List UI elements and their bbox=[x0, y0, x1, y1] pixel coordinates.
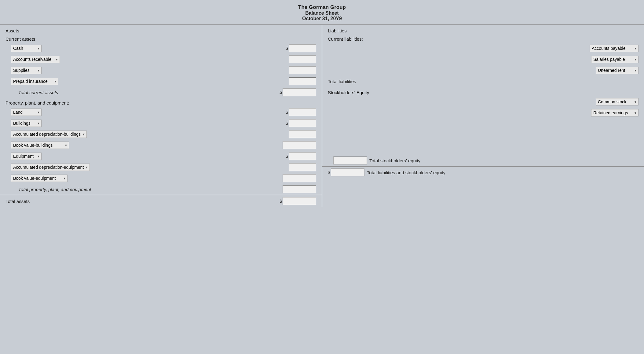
accum-dep-buildings-select[interactable]: Accumulated depreciation-buildings bbox=[11, 131, 87, 138]
equipment-row: Equipment $ bbox=[0, 151, 322, 162]
book-value-buildings-select[interactable]: Book value-buildings bbox=[11, 142, 69, 149]
equipment-select[interactable]: Equipment bbox=[11, 153, 42, 160]
total-liab-equity-input[interactable] bbox=[331, 168, 364, 176]
doc-title: Balance Sheet bbox=[0, 10, 644, 16]
ppe-header: Property, plant, and equipment: bbox=[0, 98, 322, 107]
salaries-payable-select-wrapper: Salaries payable bbox=[591, 56, 639, 63]
total-liabilities-row: Total liabilities bbox=[322, 76, 644, 87]
land-input[interactable] bbox=[289, 108, 316, 116]
book-value-buildings-select-wrapper: Book value-buildings bbox=[11, 142, 69, 149]
book-value-equipment-select[interactable]: Book value-equipment bbox=[11, 175, 68, 182]
supplies-select-wrapper: Supplies bbox=[11, 67, 42, 74]
accum-dep-equipment-input[interactable] bbox=[289, 163, 316, 171]
total-current-assets-label: Total current assets bbox=[18, 90, 58, 95]
land-select[interactable]: Land bbox=[11, 109, 42, 116]
salaries-payable-row: Salaries payable bbox=[322, 54, 644, 65]
accounts-payable-select[interactable]: Accounts payable bbox=[590, 45, 639, 52]
common-stock-select-wrapper: Common stock bbox=[596, 98, 639, 105]
total-ppe-row: Total property, plant, and equipment bbox=[0, 184, 322, 195]
balance-sheet-table: Assets Current assets: Cash $ bbox=[0, 25, 644, 207]
accum-dep-buildings-select-wrapper: Accumulated depreciation-buildings bbox=[11, 131, 87, 138]
cash-input[interactable] bbox=[289, 44, 316, 52]
retained-earnings-row: Retained earnings bbox=[322, 107, 644, 118]
accounts-receivable-select-wrapper: Accounts receivable bbox=[11, 56, 60, 63]
liabilities-equity-column: Liabilities Current liabilities: Account… bbox=[322, 25, 644, 207]
supplies-row: Supplies bbox=[0, 65, 322, 76]
cash-select[interactable]: Cash bbox=[11, 45, 42, 52]
prepaid-insurance-select-wrapper: Prepaid insurance bbox=[11, 78, 58, 85]
common-stock-row: Common stock bbox=[322, 96, 644, 107]
total-ppe-label: Total property, plant, and equipment bbox=[18, 187, 91, 192]
total-equity-input[interactable] bbox=[333, 157, 367, 164]
book-value-buildings-input[interactable] bbox=[283, 141, 316, 149]
accum-dep-buildings-row: Accumulated depreciation-buildings bbox=[0, 129, 322, 140]
unearned-rent-row: Unearned rent bbox=[322, 65, 644, 76]
land-select-wrapper: Land bbox=[11, 109, 42, 116]
total-liab-equity-row: $ Total liabilities and stockholders' eq… bbox=[322, 166, 644, 178]
accum-dep-equipment-row: Accumulated depreciation-equipment bbox=[0, 162, 322, 173]
retained-earnings-select-wrapper: Retained earnings bbox=[591, 109, 639, 116]
book-value-equipment-select-wrapper: Book value-equipment bbox=[11, 175, 68, 182]
accum-dep-equipment-select[interactable]: Accumulated depreciation-equipment bbox=[11, 164, 90, 171]
assets-column: Assets Current assets: Cash $ bbox=[0, 25, 322, 207]
total-ca-dollar: $ bbox=[280, 90, 282, 95]
prepaid-insurance-select[interactable]: Prepaid insurance bbox=[11, 78, 58, 85]
prepaid-insurance-row: Prepaid insurance bbox=[0, 76, 322, 87]
buildings-select[interactable]: Buildings bbox=[11, 120, 42, 127]
common-stock-select[interactable]: Common stock bbox=[596, 98, 639, 105]
total-liab-equity-label: Total liabilities and stockholders' equi… bbox=[367, 170, 445, 175]
salaries-payable-select[interactable]: Salaries payable bbox=[591, 56, 639, 63]
supplies-select[interactable]: Supplies bbox=[11, 67, 42, 74]
doc-date: October 31, 20Y9 bbox=[0, 16, 644, 21]
cash-dollar: $ bbox=[286, 46, 288, 51]
total-assets-input[interactable] bbox=[283, 197, 316, 205]
accounts-receivable-input[interactable] bbox=[289, 55, 316, 63]
unearned-rent-select-wrapper: Unearned rent bbox=[596, 67, 639, 74]
land-row: Land $ bbox=[0, 107, 322, 118]
total-assets-row: Total assets $ bbox=[0, 195, 322, 207]
company-name: The Gorman Group bbox=[0, 4, 644, 10]
total-equity-label: Total stockholders' equity bbox=[369, 158, 420, 163]
equipment-input[interactable] bbox=[289, 152, 316, 160]
total-liabilities-label: Total liabilities bbox=[328, 79, 356, 84]
accounts-payable-row: Accounts payable bbox=[322, 43, 644, 54]
book-value-equipment-row: Book value-equipment bbox=[0, 173, 322, 184]
prepaid-insurance-input[interactable] bbox=[289, 77, 316, 85]
page-wrapper: The Gorman Group Balance Sheet October 3… bbox=[0, 0, 644, 354]
current-assets-header: Current assets: bbox=[0, 35, 322, 43]
total-current-assets-row: Total current assets $ bbox=[0, 87, 322, 98]
liabilities-header: Liabilities bbox=[322, 25, 644, 35]
buildings-select-wrapper: Buildings bbox=[11, 120, 42, 127]
unearned-rent-select[interactable]: Unearned rent bbox=[596, 67, 639, 74]
buildings-row: Buildings $ bbox=[0, 118, 322, 129]
total-current-assets-input[interactable] bbox=[283, 88, 316, 96]
equity-header: Stockholders' Equity bbox=[322, 87, 644, 96]
equipment-select-wrapper: Equipment bbox=[11, 153, 42, 160]
total-ppe-input[interactable] bbox=[283, 185, 316, 193]
accum-dep-buildings-input[interactable] bbox=[289, 130, 316, 138]
supplies-input[interactable] bbox=[289, 66, 316, 74]
retained-earnings-select[interactable]: Retained earnings bbox=[591, 109, 639, 116]
book-value-buildings-row: Book value-buildings bbox=[0, 140, 322, 151]
accum-dep-equipment-select-wrapper: Accumulated depreciation-equipment bbox=[11, 164, 90, 171]
buildings-input[interactable] bbox=[289, 119, 316, 127]
accounts-receivable-select[interactable]: Accounts receivable bbox=[11, 56, 60, 63]
total-equity-row: Total stockholders' equity bbox=[322, 155, 644, 166]
cash-select-wrapper: Cash bbox=[11, 45, 42, 52]
assets-header: Assets bbox=[0, 25, 322, 35]
book-value-equipment-input[interactable] bbox=[283, 174, 316, 182]
total-assets-label: Total assets bbox=[5, 199, 30, 204]
cash-row: Cash $ bbox=[0, 43, 322, 54]
header: The Gorman Group Balance Sheet October 3… bbox=[0, 0, 644, 25]
accounts-receivable-row: Accounts receivable bbox=[0, 54, 322, 65]
current-liabilities-header: Current liabilities: bbox=[322, 35, 644, 43]
accounts-payable-select-wrapper: Accounts payable bbox=[590, 45, 639, 52]
